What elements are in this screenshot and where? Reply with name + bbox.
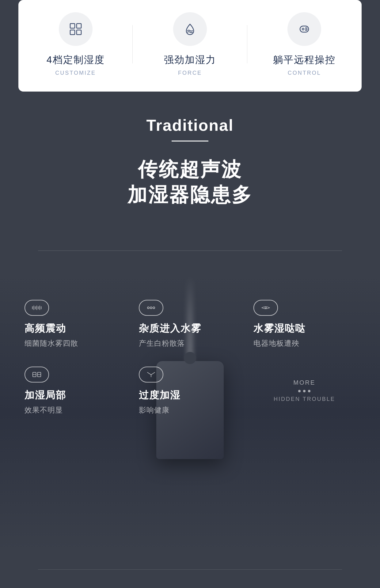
wet-desc: 电器地板遭殃 (253, 338, 299, 348)
trouble-local: 加湿局部 效果不明显 (25, 367, 127, 415)
customize-title-en: CUSTOMIZE (55, 70, 96, 76)
svg-point-25 (153, 307, 155, 309)
trouble-grid: 高频震动 细菌随水雾四散 杂质进入水雾 产生白粉散落 (0, 275, 380, 415)
control-title-en: CONTROL (288, 70, 321, 76)
impurity-icon (146, 303, 157, 312)
feature-control: 躺平远程操控 CONTROL (247, 12, 362, 76)
customize-title-cn: 4档定制湿度 (47, 53, 105, 67)
traditional-section: Traditional 传统超声波 加湿器隐患多 (0, 92, 380, 588)
subtitle-line2: 加湿器隐患多 (127, 184, 253, 206)
wet-badge (253, 300, 278, 316)
wet-name: 水雾湿哒哒 (253, 322, 306, 335)
over-desc: 影响健康 (139, 405, 169, 415)
local-name: 加湿局部 (25, 389, 66, 402)
remote-icon (296, 21, 312, 37)
section-divider (38, 251, 342, 251)
humidifier-visual: 高频震动 细菌随水雾四散 杂质进入水雾 产生白粉散落 (0, 275, 380, 551)
svg-point-26 (265, 307, 266, 309)
svg-rect-3 (77, 30, 81, 35)
control-title-cn: 躺平远程操控 (273, 53, 336, 67)
force-title-cn: 强劲加湿力 (164, 53, 216, 67)
vibration-badge (25, 300, 49, 316)
traditional-underline (172, 141, 208, 141)
more-dots (298, 390, 310, 392)
bottom-divider (38, 569, 342, 570)
vibration-icon (31, 303, 42, 312)
force-icon-circle (173, 12, 207, 46)
control-icon-circle (287, 12, 321, 46)
force-title-en: FORCE (178, 70, 202, 76)
hidden-trouble-label: HIDDEN TROUBLE (274, 396, 335, 402)
vibration-desc: 细菌随水雾四散 (25, 338, 78, 348)
water-drop-icon (182, 21, 198, 37)
more-indicator: MORE HIDDEN TROUBLE (253, 367, 355, 415)
customize-icon-circle (59, 12, 93, 46)
trouble-over: 过度加湿 影响健康 (139, 367, 241, 415)
svg-point-5 (302, 28, 304, 30)
impurity-badge (139, 300, 163, 316)
more-dot-2 (303, 390, 306, 392)
over-icon (146, 370, 157, 379)
wet-icon (260, 303, 271, 312)
impurity-name: 杂质进入水雾 (139, 322, 201, 335)
more-dot-1 (298, 390, 301, 392)
traditional-subtitle: 传统超声波 加湿器隐患多 (18, 157, 362, 208)
over-badge (139, 367, 163, 383)
over-name: 过度加湿 (139, 389, 180, 402)
svg-rect-0 (70, 24, 75, 28)
feature-force: 强劲加湿力 FORCE (133, 12, 247, 76)
local-desc: 效果不明显 (25, 405, 63, 415)
local-icon (31, 370, 42, 379)
svg-point-23 (147, 307, 149, 309)
trouble-wet: 水雾湿哒哒 电器地板遭殃 (253, 300, 355, 348)
svg-rect-1 (77, 24, 81, 28)
local-badge (25, 367, 49, 383)
traditional-label: Traditional (18, 116, 362, 134)
more-label: MORE (293, 379, 315, 386)
subtitle-line1: 传统超声波 (138, 158, 242, 180)
grid-icon (68, 21, 84, 37)
svg-rect-2 (70, 30, 75, 35)
trouble-vibration: 高频震动 细菌随水雾四散 (25, 300, 127, 348)
impurity-desc: 产生白粉散落 (139, 338, 185, 348)
trouble-impurity: 杂质进入水雾 产生白粉散落 (139, 300, 241, 348)
vibration-name: 高频震动 (25, 322, 66, 335)
svg-point-24 (150, 307, 152, 309)
more-dot-3 (308, 390, 310, 392)
features-card: 4档定制湿度 CUSTOMIZE 强劲加湿力 FORCE (18, 0, 362, 92)
feature-customize: 4档定制湿度 CUSTOMIZE (18, 12, 133, 76)
